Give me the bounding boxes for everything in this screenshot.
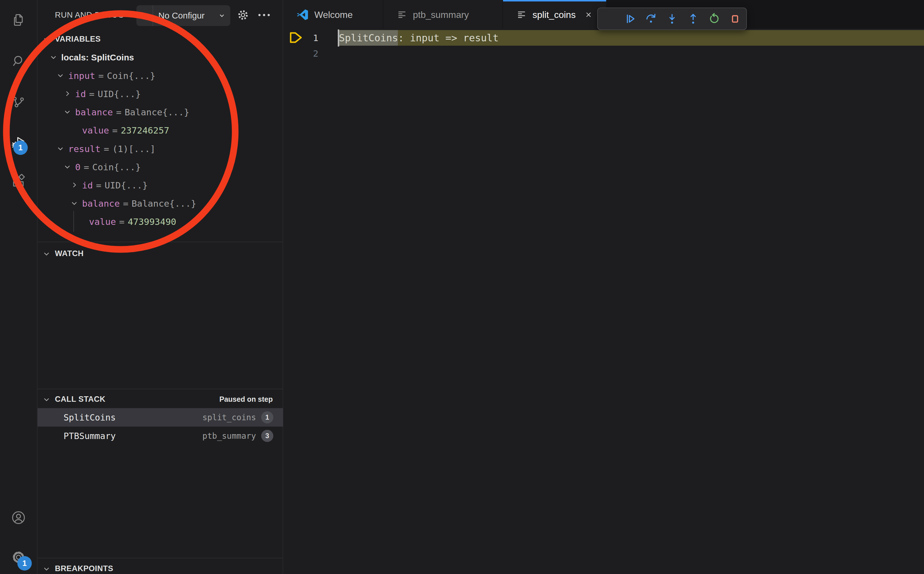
chevron-down-icon xyxy=(56,144,65,153)
tree-row-balance2[interactable]: balance=Balance{...} xyxy=(38,194,283,213)
stop-icon[interactable] xyxy=(729,12,742,25)
settings-badge: 1 xyxy=(17,556,32,571)
frame-badge: 1 xyxy=(261,411,273,423)
tree-row-id[interactable]: id=UID{...} xyxy=(38,85,283,103)
config-dropdown-label: No Configur xyxy=(153,11,217,20)
tree-row-0[interactable]: 0=Coin{...} xyxy=(38,158,283,176)
tree-row-id2[interactable]: id=UID{...} xyxy=(38,176,283,194)
chevron-down-icon xyxy=(42,565,51,573)
editor-area: Welcome ptb_summary split_coins xyxy=(283,0,924,574)
sidebar-title: RUN AND DEBUG xyxy=(55,0,124,30)
tab-split-coins[interactable]: split_coins xyxy=(503,0,606,30)
list-icon xyxy=(516,9,527,20)
tree-row-value2[interactable]: value=473993490 xyxy=(38,213,283,231)
variables-section-header[interactable]: VARIABLES xyxy=(38,30,283,48)
debug-sidebar: RUN AND DEBUG No Configur VARIABLES xyxy=(38,0,283,574)
list-icon xyxy=(397,9,407,20)
accounts-icon[interactable] xyxy=(0,503,37,533)
continue-icon[interactable] xyxy=(623,12,637,25)
step-out-icon[interactable] xyxy=(686,12,700,25)
tab-welcome[interactable]: Welcome xyxy=(283,0,383,30)
toolbar-gripper[interactable] xyxy=(603,12,616,25)
divider xyxy=(38,389,283,390)
line-number: 2 xyxy=(301,46,318,61)
line-number: 1 xyxy=(301,30,318,46)
breakpoints-section-header[interactable]: BREAKPOINTS xyxy=(38,560,283,574)
ellipsis-icon[interactable] xyxy=(256,0,272,30)
chevron-down-icon xyxy=(49,53,58,62)
active-tab-indicator xyxy=(503,0,606,2)
tree-row-value[interactable]: value=237246257 xyxy=(38,121,283,139)
tree-row-input[interactable]: input=Coin{...} xyxy=(38,66,283,85)
vscode-logo-icon xyxy=(296,9,309,21)
chevron-right-icon xyxy=(63,89,72,98)
extensions-icon[interactable] xyxy=(0,167,37,197)
chevron-down-icon xyxy=(63,162,72,171)
step-into-icon[interactable] xyxy=(666,12,679,25)
search-icon[interactable] xyxy=(0,46,37,76)
chevron-down-icon xyxy=(42,35,51,44)
debug-toolbar xyxy=(597,8,747,30)
gear-icon[interactable] xyxy=(236,0,250,30)
call-stack-section-header[interactable]: CALL STACK Paused on step xyxy=(38,390,283,408)
tree-row-locals[interactable]: locals: SplitCoins xyxy=(38,48,283,66)
run-play-icon[interactable] xyxy=(136,5,153,26)
chevron-down-icon xyxy=(56,71,65,80)
tab-ptb-summary[interactable]: ptb_summary xyxy=(383,0,502,30)
chevron-down-icon xyxy=(70,199,79,208)
tree-row-balance[interactable]: balance=Balance{...} xyxy=(38,103,283,121)
activity-bar: 1 1 xyxy=(0,0,38,574)
frame-badge: 3 xyxy=(261,430,273,442)
explorer-icon[interactable] xyxy=(0,5,37,35)
chevron-down-icon xyxy=(42,395,51,404)
debug-config-dropdown[interactable]: No Configur xyxy=(136,5,230,26)
divider xyxy=(38,241,283,242)
call-stack-frame[interactable]: PTBSummary ptb_summary 3 xyxy=(38,427,283,445)
call-stack-frame[interactable]: SplitCoins split_coins 1 xyxy=(38,408,283,427)
chevron-down-icon xyxy=(42,249,51,258)
close-icon[interactable] xyxy=(584,10,593,19)
chevron-right-icon xyxy=(70,181,79,189)
settings-gear-icon[interactable] xyxy=(0,542,37,572)
paused-status: Paused on step xyxy=(219,395,273,404)
code-line-1[interactable]: SplitCoins: input => result xyxy=(339,30,499,46)
chevron-down-icon xyxy=(63,107,72,116)
step-over-icon[interactable] xyxy=(644,12,658,25)
tree-row-result[interactable]: result=(1)[...] xyxy=(38,140,283,158)
watch-section-header[interactable]: WATCH xyxy=(38,244,283,263)
divider xyxy=(38,558,283,558)
restart-icon[interactable] xyxy=(707,12,721,25)
source-control-icon[interactable] xyxy=(0,87,37,117)
chevron-down-icon xyxy=(217,11,230,20)
debug-badge: 1 xyxy=(13,140,28,155)
